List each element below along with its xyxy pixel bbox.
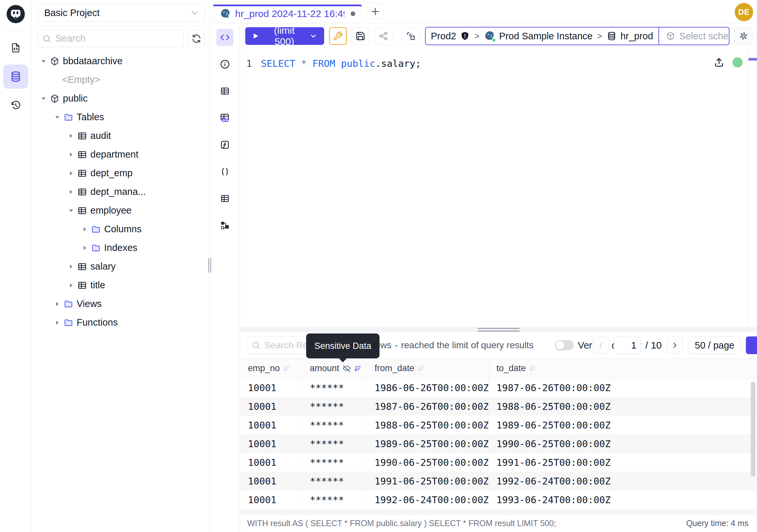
tree-node-audit[interactable]: audit — [31, 126, 210, 145]
table-row[interactable]: 10001******1990-06-25T00:00:00Z1991-06-2… — [240, 453, 757, 472]
worksheets-nav-button[interactable] — [3, 36, 28, 60]
new-tab-button[interactable] — [367, 3, 384, 20]
limit-text: reached the limit of query results — [401, 340, 534, 350]
sort-icon[interactable] — [417, 364, 426, 373]
tree-node-tables[interactable]: Tables — [31, 108, 210, 126]
caret-right-icon[interactable] — [66, 151, 76, 158]
tree-node-dept-emp[interactable]: dept_emp — [31, 164, 210, 182]
tree-node-employee[interactable]: employee — [31, 201, 210, 220]
table-cell: ****** — [302, 490, 367, 509]
sidebar-resize-handle[interactable] — [208, 258, 211, 272]
caret-down-icon[interactable] — [66, 207, 76, 214]
caret-right-icon[interactable] — [66, 188, 76, 196]
caret-right-icon[interactable] — [66, 132, 76, 140]
procedures-panel-button[interactable] — [216, 163, 233, 180]
refresh-button[interactable] — [188, 30, 205, 47]
page-size-select[interactable]: 50 / page — [688, 336, 741, 354]
sort-icon[interactable] — [283, 364, 291, 373]
rail-items — [3, 36, 28, 122]
caret-down-icon[interactable] — [39, 58, 48, 65]
plus-icon — [370, 7, 380, 16]
search-icon — [252, 341, 260, 350]
format-sql-button[interactable] — [329, 27, 347, 45]
caret-right-icon[interactable] — [66, 282, 76, 289]
upload-sheet-button[interactable] — [713, 57, 725, 68]
prev-page-button[interactable] — [592, 337, 609, 354]
tree-node-dept-mana[interactable]: dept_mana... — [31, 182, 210, 201]
select-schema-button[interactable]: Select schema — [658, 27, 730, 45]
run-query-button[interactable]: (limit 500) — [245, 27, 324, 45]
results-resize-handle[interactable] — [240, 327, 757, 332]
caret-right-icon[interactable] — [80, 244, 90, 252]
sensitive-data-button[interactable] — [216, 110, 233, 126]
sensitive-data-tooltip: Sensitive Data — [306, 333, 379, 359]
ai-assistant-button[interactable] — [734, 27, 752, 45]
editor-minimap[interactable] — [748, 49, 757, 327]
caret-right-icon[interactable] — [52, 319, 62, 326]
external-tables-button[interactable] — [216, 190, 233, 207]
table-cell: 1992-06-24T00:00:00Z — [489, 472, 611, 490]
schema-tree: bbdataarchive<Empty>publicTablesauditdep… — [31, 50, 210, 532]
tree-node-public[interactable]: public — [31, 89, 210, 108]
project-selector[interactable]: Basic Project — [38, 4, 205, 22]
table-row[interactable]: 10001******1993-06-24T00:00:00Z1994-06-2… — [240, 509, 757, 514]
functions-panel-button[interactable] — [216, 136, 233, 153]
tree-node-empty[interactable]: <Empty> — [31, 71, 210, 89]
column-header-empty — [611, 359, 757, 378]
tables-panel-button[interactable] — [216, 82, 233, 100]
caret-right-icon[interactable] — [80, 226, 90, 233]
column-header-amount[interactable]: amount — [302, 359, 367, 378]
schema-diagram-button[interactable] — [216, 217, 233, 234]
sidebar-search-box[interactable] — [37, 30, 184, 47]
table-cell — [611, 509, 757, 514]
table-row[interactable]: 10001******1992-06-24T00:00:00Z1993-06-2… — [240, 490, 757, 509]
chevron-left-icon — [596, 341, 605, 350]
tree-node-title[interactable]: title — [31, 276, 210, 295]
table-row[interactable]: 10001******1991-06-25T00:00:00Z1992-06-2… — [240, 472, 757, 490]
app-logo[interactable] — [6, 5, 25, 24]
table-row[interactable]: 10001******1986-06-26T00:00:00Z1987-06-2… — [240, 378, 757, 397]
sort-icon[interactable] — [529, 364, 537, 373]
table-row[interactable]: 10001******1989-06-25T00:00:00Z1990-06-2… — [240, 434, 757, 453]
caret-right-icon[interactable] — [52, 300, 62, 308]
status-bar: WITH result AS ( SELECT * FROM public.sa… — [240, 514, 757, 532]
tab-bar: hr_prod 2024-11-22 16:49 DE — [210, 0, 757, 23]
tab-hr-prod[interactable]: hr_prod 2024-11-22 16:49 — [213, 4, 362, 23]
tree-node-department[interactable]: department — [31, 145, 210, 164]
caret-down-icon[interactable] — [39, 95, 48, 102]
batch-mode-button[interactable] — [402, 27, 420, 45]
user-avatar[interactable]: DE — [735, 3, 753, 21]
caret-down-icon[interactable] — [52, 114, 62, 121]
save-button[interactable] — [352, 27, 369, 45]
sort-icon[interactable] — [354, 364, 362, 373]
column-header-from_date[interactable]: from_date — [367, 359, 489, 378]
page-number-input[interactable] — [614, 336, 641, 354]
sidebar-search-input[interactable] — [55, 33, 179, 44]
tree-node-salary[interactable]: salary — [31, 257, 210, 276]
share-button[interactable] — [375, 27, 392, 45]
table-icon — [77, 206, 87, 216]
vertical-display-toggle[interactable] — [555, 340, 574, 351]
table-vertical-scrollbar[interactable] — [751, 382, 755, 477]
tree-node-views[interactable]: Views — [31, 295, 210, 313]
sql-editor[interactable]: 1 SELECT * FROM public.salary; — [240, 49, 757, 327]
databases-nav-button[interactable] — [3, 65, 28, 89]
tree-node-functions[interactable]: Functions — [31, 313, 210, 332]
results-side-panel-button[interactable] — [746, 336, 757, 354]
connection-context[interactable]: Prod2 > Prod Sample Instance > — [426, 27, 658, 45]
upload-icon — [713, 57, 725, 68]
table-cell: 1992-06-24T00:00:00Z — [367, 490, 489, 509]
table-row[interactable]: 10001******1987-06-26T00:00:00Z1988-06-2… — [240, 397, 757, 416]
caret-right-icon[interactable] — [66, 263, 76, 270]
tree-node-indexes[interactable]: Indexes — [31, 238, 210, 257]
tree-node-columns[interactable]: Columns — [31, 220, 210, 238]
column-header-emp_no[interactable]: emp_no — [240, 359, 302, 378]
sql-code-button[interactable] — [216, 29, 233, 46]
info-button[interactable] — [216, 56, 233, 73]
tree-node-bbdataarchive[interactable]: bbdataarchive — [31, 52, 210, 71]
caret-right-icon[interactable] — [66, 170, 76, 177]
column-header-to_date[interactable]: to_date — [489, 359, 611, 378]
next-page-button[interactable] — [666, 337, 683, 354]
table-row[interactable]: 10001******1988-06-25T00:00:00Z1989-06-2… — [240, 416, 757, 434]
history-nav-button[interactable] — [3, 93, 28, 118]
